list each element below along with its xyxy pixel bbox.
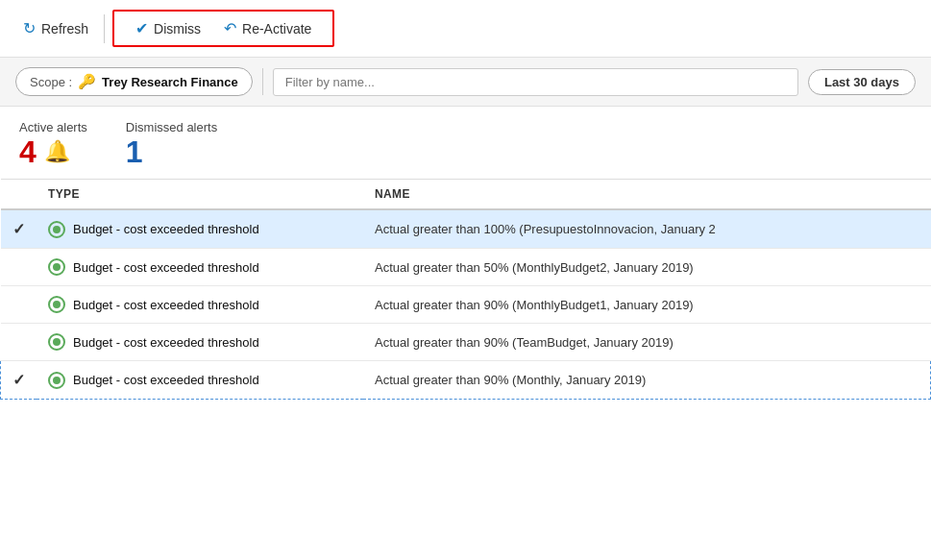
row-checkbox[interactable] <box>1 324 37 361</box>
scope-label-text: Scope : <box>30 75 72 89</box>
active-alerts-count: 4 <box>19 136 37 167</box>
row-type-cell: Budget - cost exceeded threshold <box>37 209 363 249</box>
reactivate-button[interactable]: ↶ Re-Activate <box>214 15 321 41</box>
row-type-cell: Budget - cost exceeded threshold <box>37 324 363 361</box>
refresh-button[interactable]: ↻ Refresh <box>15 15 96 41</box>
row-name-cell: Actual greater than 90% (Monthly, Januar… <box>363 361 931 400</box>
table-row[interactable]: ✓ Budget - cost exceeded threshold Actua… <box>1 209 931 249</box>
row-type-text: Budget - cost exceeded threshold <box>73 298 259 312</box>
budget-icon <box>48 372 65 389</box>
dismiss-button[interactable]: ✔ Dismiss <box>126 15 210 41</box>
action-group: ✔ Dismiss ↶ Re-Activate <box>112 10 334 47</box>
dismiss-label: Dismiss <box>154 21 201 37</box>
row-checkbox[interactable] <box>1 249 37 286</box>
scope-value: Trey Research Finance <box>102 75 238 89</box>
row-checkbox[interactable]: ✓ <box>1 209 37 249</box>
days-label: Last 30 days <box>824 75 899 89</box>
active-alerts-label: Active alerts <box>19 120 87 134</box>
key-icon: 🔑 <box>78 73 96 90</box>
row-name-text: Actual greater than 50% (MonthlyBudget2,… <box>375 260 694 275</box>
col-name-header: NAME <box>363 180 931 210</box>
row-type-text: Budget - cost exceeded threshold <box>73 373 259 387</box>
table-row[interactable]: Budget - cost exceeded threshold Actual … <box>1 249 931 286</box>
dismiss-icon: ✔ <box>135 19 148 37</box>
row-type-cell: Budget - cost exceeded threshold <box>37 361 363 400</box>
toolbar: ↻ Refresh ✔ Dismiss ↶ Re-Activate <box>0 0 931 58</box>
row-name-cell: Actual greater than 50% (MonthlyBudget2,… <box>363 249 931 286</box>
table-row[interactable]: Budget - cost exceeded threshold Actual … <box>1 286 931 324</box>
days-selector[interactable]: Last 30 days <box>808 69 916 95</box>
row-checkbox[interactable]: ✓ <box>1 361 37 400</box>
alerts-table: TYPE NAME ✓ Budget - cost exceeded thres… <box>0 179 931 400</box>
col-check-header <box>1 180 37 210</box>
row-name-text: Actual greater than 90% (TeamBudget, Jan… <box>375 335 674 350</box>
row-type-text: Budget - cost exceeded threshold <box>73 222 259 236</box>
active-alerts-stat: Active alerts 4 🔔 <box>19 120 87 167</box>
row-name-text: Actual greater than 100% (PresupuestoInn… <box>375 222 716 236</box>
checkmark-icon: ✓ <box>12 221 25 237</box>
row-name-text: Actual greater than 90% (MonthlyBudget1,… <box>375 298 694 312</box>
row-type-text: Budget - cost exceeded threshold <box>73 260 259 275</box>
filter-bar-divider <box>262 68 263 95</box>
row-name-cell: Actual greater than 90% (MonthlyBudget1,… <box>363 286 931 324</box>
scope-selector[interactable]: Scope : 🔑 Trey Research Finance <box>15 67 253 96</box>
dismissed-alerts-label: Dismissed alerts <box>126 120 217 134</box>
table-row[interactable]: ✓ Budget - cost exceeded threshold Actua… <box>1 361 931 400</box>
reactivate-label: Re-Activate <box>242 21 311 37</box>
budget-icon <box>48 221 65 238</box>
checkmark-icon: ✓ <box>12 372 25 388</box>
budget-icon <box>48 258 65 276</box>
budget-icon <box>48 296 65 313</box>
budget-icon <box>48 333 65 351</box>
refresh-label: Refresh <box>41 21 88 37</box>
row-name-cell: Actual greater than 100% (PresupuestoInn… <box>363 209 931 249</box>
filter-bar: Scope : 🔑 Trey Research Finance Last 30 … <box>0 58 931 107</box>
row-type-cell: Budget - cost exceeded threshold <box>37 249 363 286</box>
refresh-icon: ↻ <box>23 19 36 37</box>
stats-bar: Active alerts 4 🔔 Dismissed alerts 1 <box>0 107 931 175</box>
filter-input[interactable] <box>273 68 798 96</box>
row-name-text: Actual greater than 90% (Monthly, Januar… <box>375 373 646 387</box>
dismissed-alerts-count: 1 <box>126 136 143 167</box>
toolbar-divider <box>104 14 105 43</box>
table-row[interactable]: Budget - cost exceeded threshold Actual … <box>1 324 931 361</box>
dismissed-alerts-stat: Dismissed alerts 1 <box>126 120 217 167</box>
col-type-header: TYPE <box>37 180 363 210</box>
row-name-cell: Actual greater than 90% (TeamBudget, Jan… <box>363 324 931 361</box>
row-checkbox[interactable] <box>1 286 37 324</box>
table-header-row: TYPE NAME <box>1 180 931 210</box>
reactivate-icon: ↶ <box>224 19 236 37</box>
row-type-text: Budget - cost exceeded threshold <box>73 335 259 350</box>
bell-icon: 🔔 <box>44 139 70 164</box>
row-type-cell: Budget - cost exceeded threshold <box>37 286 363 324</box>
